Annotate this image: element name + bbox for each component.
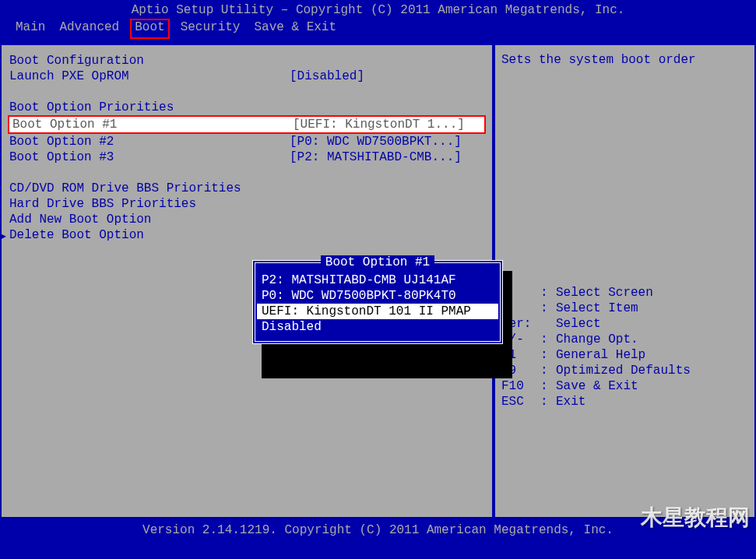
delete-boot-option[interactable]: ▸ Delete Boot Option <box>6 227 487 243</box>
boot-option-3[interactable]: Boot Option #3 [P2: MATSHITABD-CMB...] <box>6 149 487 165</box>
boot-option-2[interactable]: Boot Option #2 [P0: WDC WD7500BPKT...] <box>6 134 487 149</box>
popup-title: Boot Option #1 <box>257 255 498 269</box>
footer-text: Version 2.14.1219. Copyright (C) 2011 Am… <box>142 523 614 537</box>
boot-option-1[interactable]: Boot Option #1 [UEFI: KingstonDT 1...] <box>8 115 486 134</box>
key-general-help: F1:General Help <box>501 347 748 363</box>
popup-item-0[interactable]: P2: MATSHITABD-CMB UJ141AF <box>257 272 498 288</box>
menu-main[interactable]: Main <box>16 20 45 37</box>
menu-save-exit[interactable]: Save & Exit <box>254 20 336 37</box>
help-description: Sets the system boot order <box>501 53 748 67</box>
boot-config-title: Boot Configuration <box>6 53 487 69</box>
menu-boot[interactable]: Boot <box>130 19 169 39</box>
key-select-item: :Select Item <box>501 301 748 316</box>
key-legend: :Select Screen :Select Item ter:Select +… <box>501 285 748 410</box>
key-enter-select: ter:Select <box>501 316 748 332</box>
cddvd-bbs-priorities[interactable]: CD/DVD ROM Drive BBS Priorities <box>6 181 487 196</box>
bios-title-bar: Aptio Setup Utility – Copyright (C) 2011… <box>0 0 756 19</box>
popup-item-3[interactable]: Disabled <box>257 319 498 335</box>
boot-priorities-title: Boot Option Priorities <box>6 100 487 115</box>
hard-drive-bbs-priorities[interactable]: Hard Drive BBS Priorities <box>6 196 487 212</box>
key-optimized-defaults: F9:Optimized Defaults <box>501 363 748 378</box>
key-select-screen: :Select Screen <box>501 285 748 301</box>
settings-panel: Boot Configuration Launch PXE OpROM [Dis… <box>0 44 494 519</box>
boot-option-popup: Boot Option #1 P2: MATSHITABD-CMB UJ141A… <box>252 260 503 344</box>
menu-security[interactable]: Security <box>181 20 241 37</box>
bios-title: Aptio Setup Utility – Copyright (C) 2011… <box>132 3 625 17</box>
help-panel: Sets the system boot order :Select Scree… <box>494 44 756 519</box>
menu-advanced[interactable]: Advanced <box>59 20 119 37</box>
watermark-text: 木星教程网 <box>641 503 750 533</box>
key-save-exit: F10:Save & Exit <box>501 378 748 394</box>
add-new-boot-option[interactable]: Add New Boot Option <box>6 212 487 227</box>
key-esc-exit: ESC:Exit <box>501 394 748 410</box>
triangle-right-icon: ▸ <box>0 228 8 244</box>
content-area: Boot Configuration Launch PXE OpROM [Dis… <box>0 42 756 519</box>
launch-pxe-oprom[interactable]: Launch PXE OpROM [Disabled] <box>6 69 487 84</box>
popup-item-1[interactable]: P0: WDC WD7500BPKT-80PK4T0 <box>257 288 498 304</box>
key-change-opt: +/-:Change Opt. <box>501 332 748 347</box>
menu-bar: Main Advanced Boot Security Save & Exit <box>0 19 756 42</box>
popup-item-2[interactable]: UEFI: KingstonDT 101 II PMAP <box>257 304 498 319</box>
